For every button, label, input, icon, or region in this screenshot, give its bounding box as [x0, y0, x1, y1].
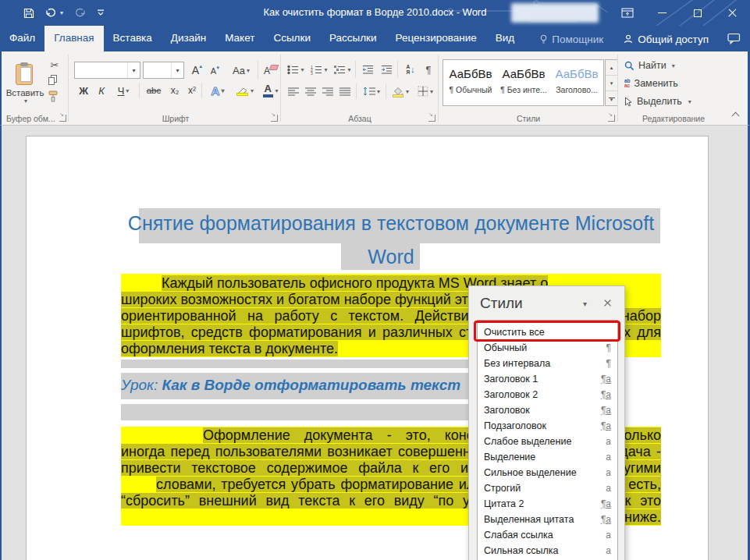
- shading-button[interactable]: ▾: [389, 83, 412, 99]
- clipboard-dialog-launcher[interactable]: [59, 115, 66, 122]
- lesson-link[interactable]: Как в Ворде отформатировать текст: [162, 377, 461, 393]
- multilevel-list-button[interactable]: ▾: [332, 62, 353, 77]
- style-item-heading1[interactable]: Заголовок 1¶а: [478, 371, 617, 387]
- subscript-button[interactable]: x₂: [167, 83, 183, 98]
- style-item-intense-quote[interactable]: Выделенная цитата¶а: [478, 512, 617, 527]
- style-item-heading2[interactable]: Заголовок 2¶а: [478, 387, 617, 402]
- font-name-combobox[interactable]: ▾: [74, 62, 140, 79]
- style-sample: АаБбВв: [445, 67, 496, 80]
- style-item-subtitle[interactable]: Подзаголовок¶а: [478, 418, 617, 434]
- tab-view[interactable]: Вид: [486, 26, 524, 51]
- maximize-button[interactable]: [680, 0, 715, 26]
- gallery-scroll-up-button[interactable]: ▴: [606, 60, 617, 76]
- collapse-ribbon-chevron[interactable]: [732, 112, 740, 120]
- grow-font-button[interactable]: А▲: [189, 62, 206, 79]
- find-button[interactable]: Найти ▾: [624, 58, 675, 73]
- multilevel-caret-icon: ▾: [347, 66, 350, 73]
- styles-pane-menu-caret-icon[interactable]: ▾: [583, 299, 587, 308]
- style-item-strong[interactable]: Строгийа: [478, 480, 617, 496]
- gallery-scroll-down-button[interactable]: ▾: [606, 76, 617, 91]
- minimize-button[interactable]: [645, 0, 680, 26]
- text-effects-button[interactable]: А▾: [206, 83, 229, 98]
- tab-mailings[interactable]: Рассылки: [320, 26, 386, 51]
- styles-dialog-launcher[interactable]: [608, 115, 615, 122]
- format-painter-button[interactable]: [48, 90, 59, 102]
- increase-indent-button[interactable]: [378, 62, 395, 77]
- select-button[interactable]: Выделить ▾: [624, 94, 691, 108]
- shrink-font-button[interactable]: А▼: [208, 63, 223, 79]
- decrease-indent-button[interactable]: [359, 62, 376, 77]
- borders-button[interactable]: ▾: [414, 83, 437, 99]
- bold-icon: Ж: [79, 85, 88, 97]
- share-button[interactable]: Общий доступ: [614, 26, 718, 51]
- change-case-button[interactable]: Aa▾: [229, 62, 254, 79]
- cursor-arrow-icon: [624, 97, 632, 107]
- style-name: ¶ Без инте...: [498, 85, 549, 94]
- share-label: Общий доступ: [638, 34, 709, 45]
- superscript-button[interactable]: x²: [184, 83, 200, 98]
- increase-indent-icon: [381, 65, 393, 75]
- font-color-caret-icon: ▾: [275, 87, 278, 94]
- style-item-emphasis[interactable]: Выделениеа: [478, 449, 617, 465]
- paragraph-dialog-launcher[interactable]: [428, 115, 435, 122]
- style-item-no-spacing[interactable]: Без интервала¶: [478, 356, 617, 371]
- style-item-intense-emphasis[interactable]: Сильное выделениеа: [478, 465, 617, 480]
- style-gallery-item-no-spacing[interactable]: АаБбВв ¶ Без инте...: [498, 62, 549, 104]
- tab-review[interactable]: Рецензирование: [386, 26, 486, 51]
- copy-button[interactable]: [48, 75, 58, 86]
- style-item-normal[interactable]: Обычный¶: [478, 340, 617, 356]
- paragraph-1-line-5: оформления текста в документе.: [121, 341, 338, 356]
- align-center-button[interactable]: [303, 84, 318, 98]
- style-item-subtle-emphasis[interactable]: Слабое выделениеа: [478, 434, 617, 449]
- justify-button[interactable]: [337, 84, 353, 98]
- bold-button[interactable]: Ж: [76, 83, 91, 98]
- change-case-icon: Aa: [233, 65, 245, 76]
- font-dialog-launcher[interactable]: [271, 115, 278, 122]
- italic-button[interactable]: К: [95, 83, 108, 98]
- comments-button[interactable]: [718, 26, 750, 51]
- style-gallery-item-normal[interactable]: АаБбВв ¶ Обычный: [445, 62, 496, 104]
- font-size-combobox[interactable]: ▾: [143, 62, 184, 79]
- font-color-button[interactable]: А ▾: [261, 83, 281, 98]
- tab-references[interactable]: Ссылки: [264, 26, 320, 51]
- gallery-more-button[interactable]: ▾: [606, 91, 617, 107]
- italic-icon: К: [98, 85, 105, 97]
- style-gallery-item-heading1[interactable]: АаБбВв Заголово...: [551, 62, 602, 104]
- align-left-button[interactable]: [286, 84, 301, 98]
- style-item-title[interactable]: Заголовок¶а: [478, 402, 617, 418]
- style-item-quote2[interactable]: Цитата 2¶а: [478, 496, 617, 512]
- close-button[interactable]: [715, 0, 750, 26]
- styles-pane-title: Стили: [480, 295, 523, 312]
- ribbon-display-options-button[interactable]: [610, 0, 645, 26]
- paste-label: Вставить: [6, 88, 44, 97]
- clear-all-annotation-box: [474, 321, 620, 342]
- font-group-label: Шрифт: [70, 114, 281, 123]
- style-item-intense-reference[interactable]: Сильная ссылкаа: [478, 543, 617, 558]
- highlight-color-button[interactable]: ▾: [233, 83, 258, 98]
- strikethrough-button[interactable]: abc: [144, 83, 164, 98]
- style-item-subtle-reference[interactable]: Слабая ссылкаа: [478, 527, 617, 543]
- clear-formatting-button[interactable]: А: [262, 61, 279, 80]
- tab-layout[interactable]: Макет: [215, 26, 264, 51]
- show-marks-button[interactable]: ¶: [421, 61, 435, 78]
- align-right-button[interactable]: [320, 84, 336, 98]
- cut-button[interactable]: ✂: [47, 58, 62, 72]
- underline-button[interactable]: Ч▾: [112, 83, 134, 98]
- replace-button[interactable]: abac Заменить: [624, 76, 678, 90]
- bullets-button[interactable]: ▾: [286, 62, 306, 77]
- shading-icon: [392, 84, 404, 98]
- superscript-icon: x²: [188, 85, 196, 96]
- document-area: Снятие форматирования в текстовом докуме…: [0, 126, 750, 560]
- line-spacing-button[interactable]: ▾: [360, 84, 383, 98]
- tab-file[interactable]: Файл: [0, 26, 44, 51]
- tab-design[interactable]: Дизайн: [162, 26, 215, 51]
- tab-insert[interactable]: Вставка: [104, 26, 162, 51]
- tab-assistant[interactable]: Помощник: [530, 26, 613, 51]
- ribbon-tabs: Файл Главная Вставка Дизайн Макет Ссылки…: [0, 26, 750, 51]
- borders-icon: [418, 86, 428, 97]
- paste-button[interactable]: Вставить ▾: [8, 58, 42, 109]
- numbering-button[interactable]: 123 ▾: [309, 62, 329, 77]
- style-name: ¶ Обычный: [445, 85, 496, 94]
- tab-home[interactable]: Главная: [44, 26, 103, 51]
- sort-button[interactable]: АЯ ↓: [400, 60, 421, 79]
